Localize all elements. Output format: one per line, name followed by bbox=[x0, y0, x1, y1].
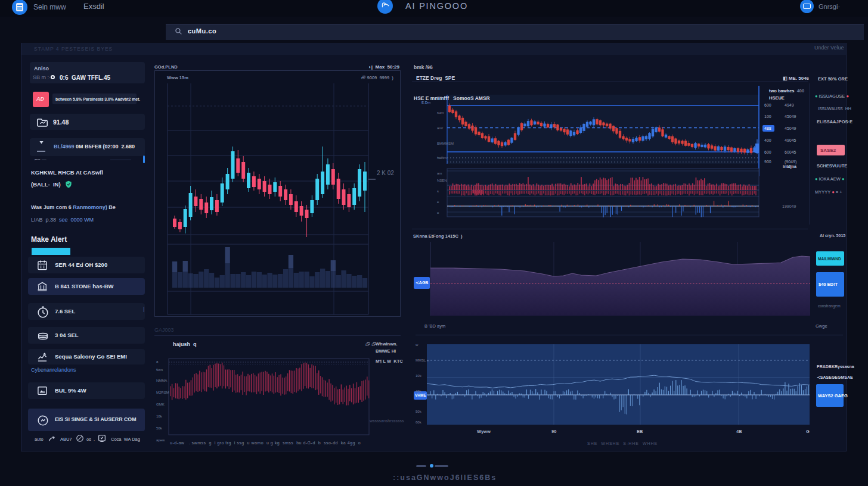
svg-text:2 K 02: 2 K 02 bbox=[377, 170, 394, 176]
